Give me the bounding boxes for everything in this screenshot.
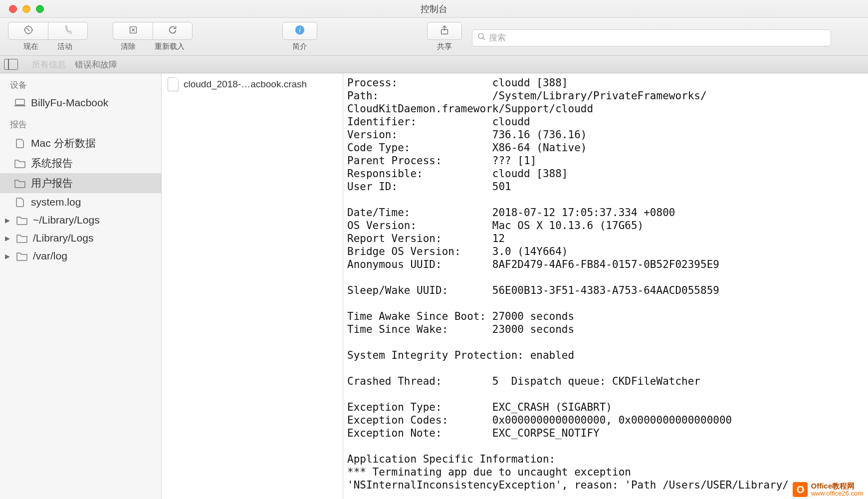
- sidebar-reports-header: 报告: [0, 116, 161, 133]
- sidebar-item-label: ~/Library/Logs: [33, 214, 100, 226]
- sidebar-devices-header: 设备: [0, 76, 161, 94]
- trash-icon: [128, 24, 139, 38]
- sidebar-item-1[interactable]: 系统报告: [0, 153, 161, 173]
- reload-icon: [167, 24, 178, 38]
- disclosure-triangle-icon[interactable]: ▶: [5, 235, 10, 242]
- search-input[interactable]: 搜索: [472, 29, 831, 46]
- now-label: 现在: [23, 42, 38, 51]
- toolbar: 现在 活动 清除 重新载入 i: [0, 18, 868, 56]
- sidebar-item-label: 用户报告: [31, 176, 73, 190]
- watermark-line2: www.office26.com: [811, 490, 863, 497]
- sidebar-item-label: Mac 分析数据: [31, 136, 96, 150]
- file-name: cloudd_2018-…acbook.crash: [184, 79, 307, 90]
- window-title: 控制台: [421, 3, 447, 15]
- sidebar-item-5[interactable]: ▶/Library/Logs: [0, 229, 161, 247]
- sidebar-item-0[interactable]: Mac 分析数据: [0, 133, 161, 153]
- titlebar: 控制台: [0, 0, 868, 18]
- sidebar-item-label: /Library/Logs: [33, 232, 93, 244]
- filter-all-info[interactable]: 所有信息: [32, 59, 66, 70]
- info-icon: i: [294, 24, 305, 38]
- folder-icon: [14, 158, 26, 168]
- svg-text:i: i: [299, 26, 301, 33]
- filter-bar: 所有信息 错误和故障: [0, 56, 868, 73]
- activity-label: 活动: [57, 42, 72, 51]
- file-row[interactable]: cloudd_2018-…acbook.crash: [162, 73, 343, 95]
- disclosure-triangle-icon[interactable]: ▶: [5, 217, 10, 224]
- activity-button[interactable]: [48, 22, 88, 40]
- phone-icon: [62, 24, 73, 38]
- crash-report-content[interactable]: Process: cloudd [388] Path: /System/Libr…: [343, 73, 868, 499]
- now-button[interactable]: [8, 22, 48, 40]
- sidebar-device[interactable]: BillyFu-Macbook: [0, 94, 161, 112]
- filter-errors[interactable]: 错误和故障: [75, 59, 117, 70]
- file-list: cloudd_2018-…acbook.crash: [162, 73, 343, 499]
- document-icon: [14, 197, 26, 207]
- watermark-logo-icon: O: [793, 482, 808, 497]
- reload-button[interactable]: [153, 22, 193, 40]
- sidebar-item-label: 系统报告: [31, 156, 73, 170]
- close-window-button[interactable]: [9, 5, 17, 13]
- folder-icon: [16, 233, 28, 243]
- sidebar-item-4[interactable]: ▶~/Library/Logs: [0, 211, 161, 229]
- target-icon: [23, 24, 34, 38]
- share-label: 共享: [437, 42, 452, 51]
- document-icon: [14, 138, 26, 148]
- share-icon: [439, 24, 450, 38]
- sidebar: 设备 BillyFu-Macbook 报告 Mac 分析数据系统报告用户报告sy…: [0, 73, 162, 499]
- sidebar-item-2[interactable]: 用户报告: [0, 173, 161, 193]
- file-icon: [168, 77, 179, 91]
- folder-icon: [16, 251, 28, 261]
- laptop-icon: [14, 98, 26, 108]
- minimize-window-button[interactable]: [22, 5, 30, 13]
- sidebar-toggle-icon[interactable]: [4, 59, 18, 70]
- search-placeholder: 搜索: [489, 32, 506, 43]
- zoom-window-button[interactable]: [36, 5, 44, 13]
- clear-button[interactable]: [113, 22, 153, 40]
- svg-point-5: [478, 33, 483, 38]
- watermark: O Office教程网 www.office26.com: [793, 482, 863, 497]
- svg-rect-6: [15, 99, 24, 105]
- info-button[interactable]: i: [282, 22, 317, 40]
- reload-label: 重新载入: [155, 42, 185, 51]
- folder-icon: [14, 178, 26, 188]
- folder-icon: [16, 215, 28, 225]
- share-button[interactable]: [427, 22, 462, 40]
- sidebar-item-label: system.log: [31, 196, 81, 208]
- sidebar-device-label: BillyFu-Macbook: [31, 97, 108, 109]
- svg-rect-7: [14, 105, 25, 106]
- traffic-lights: [0, 5, 44, 13]
- clear-label: 清除: [121, 42, 136, 51]
- watermark-line1: Office教程网: [811, 482, 863, 490]
- sidebar-item-3[interactable]: system.log: [0, 193, 161, 211]
- search-icon: [477, 32, 486, 43]
- main-area: 设备 BillyFu-Macbook 报告 Mac 分析数据系统报告用户报告sy…: [0, 73, 868, 499]
- disclosure-triangle-icon[interactable]: ▶: [5, 252, 10, 260]
- sidebar-item-6[interactable]: ▶/var/log: [0, 247, 161, 265]
- info-label: 简介: [292, 42, 307, 51]
- sidebar-item-label: /var/log: [33, 250, 67, 262]
